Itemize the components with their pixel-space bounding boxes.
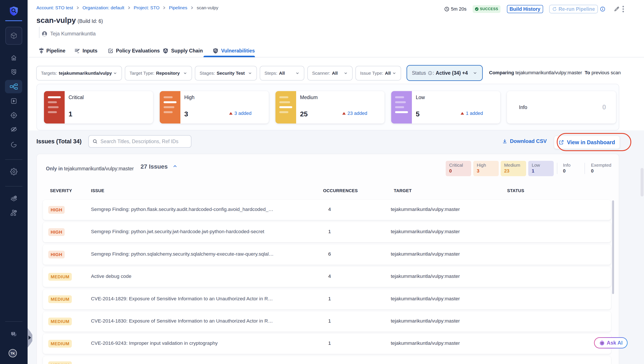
svg-text:?: ? bbox=[12, 332, 14, 335]
